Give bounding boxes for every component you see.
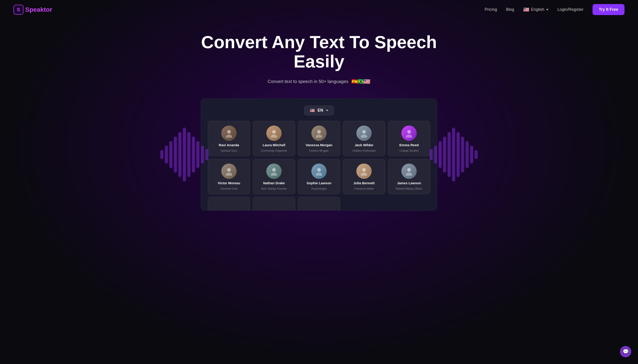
wave-bar — [470, 146, 473, 164]
voice-avatar — [356, 164, 372, 179]
voice-avatar — [401, 126, 417, 141]
voice-role: Tech Startup Founder — [261, 187, 287, 190]
wave-bar — [447, 132, 451, 177]
voice-grid-partial — [208, 197, 430, 210]
voice-grid-row2: Victor MoreauGourmet Chef Nathan DrakeTe… — [208, 159, 430, 194]
wave-bar — [160, 150, 164, 159]
wave-bar — [438, 141, 442, 168]
svg-point-5 — [316, 134, 322, 138]
logo-brand-suffix: peaktor — [30, 6, 52, 13]
logo-icon: S — [14, 5, 24, 14]
wave-bar — [465, 141, 469, 168]
voice-card-partial[interactable] — [208, 197, 250, 210]
voice-role: College Student — [399, 149, 418, 152]
svg-point-19 — [406, 172, 412, 176]
wave-bar — [474, 150, 478, 159]
lang-bar: 🇺🇸 EN — [208, 106, 430, 116]
voice-role: Outdoor Enthusiast — [353, 149, 376, 152]
en-label: EN — [317, 108, 323, 113]
voice-avatar — [221, 164, 237, 179]
voice-avatar — [311, 126, 327, 141]
voice-name: Victor Moreau — [218, 181, 240, 185]
voice-name: Laura Mitchell — [263, 143, 285, 147]
hero-subtitle-text: Convert text to speech in 50+ languages — [268, 79, 348, 84]
voice-name: James Lawson — [397, 181, 421, 185]
en-chevron-icon — [326, 110, 328, 111]
voice-card[interactable]: Ravi AnandaSpiritual Guru — [208, 121, 250, 156]
voice-card[interactable]: Jack WilderOutdoor Enthusiast — [343, 121, 385, 156]
en-flag: 🇺🇸 — [310, 108, 315, 113]
try-free-button[interactable]: Try It Free — [592, 4, 624, 15]
voice-avatar — [311, 164, 327, 179]
chevron-down-icon — [546, 9, 548, 10]
svg-point-18 — [407, 168, 411, 172]
voice-card[interactable]: Nathan DrakeTech Startup Founder — [253, 159, 295, 194]
voice-avatar — [266, 164, 282, 179]
app-mockup: 🇺🇸 EN Ravi AnandaSpiritual Guru Laura Mi… — [201, 98, 437, 210]
voice-card[interactable]: Emma ReedCollege Student — [388, 121, 430, 156]
voice-card[interactable]: Sophie LawsonPsychologist — [298, 159, 340, 194]
svg-point-12 — [272, 168, 276, 172]
hero-subtitle: Convert text to speech in 50+ languages … — [9, 78, 629, 85]
language-selector[interactable]: 🇺🇸 English — [523, 7, 548, 12]
wave-bar — [196, 141, 200, 168]
voice-avatar — [221, 126, 237, 141]
voice-role: Fashion Blogger — [309, 149, 329, 152]
voice-card-partial[interactable] — [253, 197, 295, 210]
login-register-link[interactable]: Login/Register — [557, 7, 583, 12]
svg-point-16 — [362, 168, 366, 172]
voice-name: Emma Reed — [399, 143, 419, 147]
svg-point-14 — [317, 168, 321, 172]
logo[interactable]: S Speaktor — [14, 5, 52, 14]
svg-point-9 — [406, 134, 412, 138]
wave-bar — [205, 149, 209, 160]
en-selector[interactable]: 🇺🇸 EN — [304, 106, 334, 116]
svg-point-3 — [271, 134, 277, 138]
voice-card[interactable]: Victor MoreauGourmet Chef — [208, 159, 250, 194]
logo-text: Speaktor — [25, 6, 52, 13]
svg-point-7 — [361, 134, 367, 138]
voice-card[interactable]: James LawsonRetired Military Officer — [388, 159, 430, 194]
svg-point-4 — [317, 130, 321, 134]
voice-card[interactable]: Laura MitchellCommunity Organizer — [253, 121, 295, 156]
hero-title: Convert Any Text To Speech Easily — [195, 32, 443, 71]
svg-point-10 — [227, 168, 231, 172]
voice-name: Nathan Drake — [263, 181, 285, 185]
wave-bar — [452, 128, 455, 182]
wave-bar — [178, 132, 182, 177]
svg-point-8 — [407, 130, 411, 134]
svg-point-11 — [226, 172, 232, 176]
voice-name: Ravi Ananda — [219, 143, 239, 147]
wave-bar — [201, 146, 204, 164]
svg-point-0 — [227, 130, 231, 134]
chat-icon: 💬 — [623, 349, 629, 354]
svg-point-15 — [316, 172, 322, 176]
voice-role: Retired Military Officer — [396, 187, 422, 190]
wave-bar — [434, 146, 437, 164]
logo-letter: S — [17, 7, 20, 12]
voice-role: Psychologist — [311, 187, 326, 190]
chat-bubble-button[interactable]: 💬 — [620, 346, 631, 357]
wave-bar — [169, 141, 173, 168]
sound-waves-left — [160, 121, 209, 188]
lang-flag: 🇺🇸 — [523, 7, 529, 12]
voice-name: Vanessa Morgan — [306, 143, 332, 147]
voice-avatar — [356, 126, 372, 141]
voice-card[interactable]: Julia BennettFreelance Writer — [343, 159, 385, 194]
svg-point-13 — [271, 172, 277, 176]
voice-card[interactable]: Vanessa MorganFashion Blogger — [298, 121, 340, 156]
logo-brand-prefix: S — [25, 6, 30, 13]
svg-point-1 — [226, 134, 232, 138]
sound-waves-right — [429, 121, 478, 188]
wave-bar — [165, 146, 168, 164]
nav-blog[interactable]: Blog — [506, 7, 514, 12]
voice-avatar — [401, 164, 417, 179]
lang-label: English — [531, 7, 544, 12]
wave-bar — [443, 136, 446, 172]
wave-bar — [192, 136, 195, 172]
svg-point-2 — [272, 130, 276, 134]
voice-card-partial[interactable] — [298, 197, 340, 210]
nav-pricing[interactable]: Pricing — [485, 7, 497, 12]
voice-role: Spiritual Guru — [221, 149, 237, 152]
screen-container: 🇺🇸 EN Ravi AnandaSpiritual Guru Laura Mi… — [201, 98, 437, 210]
